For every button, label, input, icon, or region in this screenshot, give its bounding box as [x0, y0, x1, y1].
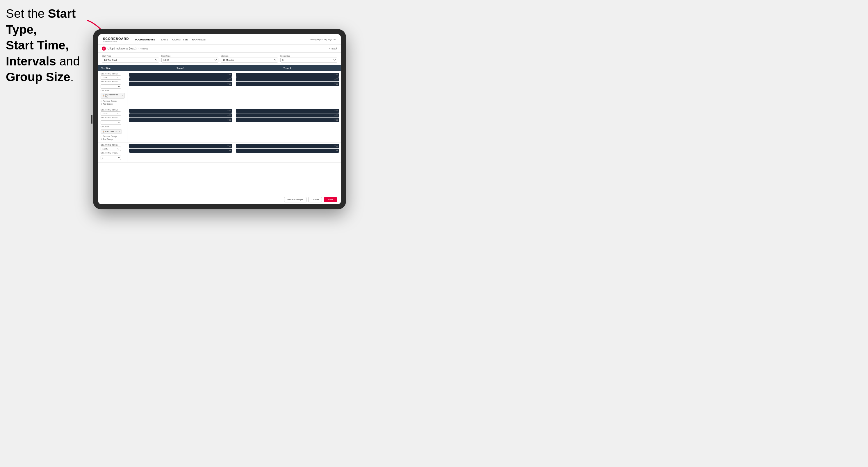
- logo-sub: Powered by clippd: [103, 40, 129, 42]
- group-size-select[interactable]: 3: [280, 58, 338, 63]
- g1-team1-col: × ☰ × ☰ × ☰: [127, 71, 234, 107]
- start-time-label: Start Time: [161, 55, 219, 57]
- g3-team2-slot1: × ☰: [236, 144, 339, 148]
- nav-link-committee[interactable]: COMMITTEE: [172, 38, 188, 41]
- g1-team1-slot3: × ☰: [129, 82, 232, 86]
- group-size-group: Group Size 3: [280, 55, 338, 63]
- g1-add-group[interactable]: + Add Group: [101, 103, 125, 105]
- instruction-line3-normal: and: [56, 54, 80, 68]
- nav-bar: SCOREBOARD Powered by clippd TOURNAMENTS…: [98, 34, 341, 45]
- g2-starting-time-input[interactable]: 10:10 ⏱: [101, 112, 121, 116]
- intervals-label: Intervals: [221, 55, 278, 57]
- g3-team2-slot2: × ☰: [236, 149, 339, 153]
- g1-t1-s3-x[interactable]: × ☰: [227, 83, 231, 85]
- col-team1: Team 1: [127, 65, 234, 71]
- col-tee-time: Tee Time: [98, 65, 127, 71]
- back-button[interactable]: ‹ Back: [329, 47, 337, 50]
- g2-starting-hole-select[interactable]: 1: [101, 120, 121, 125]
- controls-row: Start Type 1st Tee Start Start Time 10:0…: [98, 53, 341, 65]
- breadcrumb-bar: C Clippd Invitational (Ma...) › Hosting …: [98, 45, 341, 53]
- g3-starting-hole-select[interactable]: 1: [101, 156, 121, 160]
- g3-team1-slot2: × ☰: [129, 149, 232, 153]
- g1-course-label: COURSE:: [101, 90, 125, 92]
- start-type-group: Start Type 1st Tee Start: [102, 55, 159, 63]
- g2-team2-slot2: × ☰: [236, 114, 339, 118]
- instruction-line4-normal: .: [70, 70, 74, 84]
- intervals-group: Intervals 10 Minutes: [221, 55, 278, 63]
- back-arrow-icon: ‹: [329, 47, 331, 50]
- g2-t2-s1-x[interactable]: × ☰: [334, 110, 338, 112]
- g1-starting-time-label: STARTING TIME:: [101, 73, 125, 75]
- g1-starting-hole-label: STARTING HOLE:: [101, 81, 125, 83]
- logo-text: SCOREBOARD: [103, 37, 129, 40]
- group1-left: STARTING TIME: 10:00 ⏱ STARTING HOLE: 1: [98, 71, 127, 107]
- g2-course-remove[interactable]: ×: [119, 130, 120, 133]
- g2-t1-s3-x[interactable]: × ☰: [227, 119, 231, 121]
- g2-t1-s2-x[interactable]: × ☰: [227, 114, 231, 117]
- g3-t1-s1-x[interactable]: × ☰: [227, 145, 231, 147]
- logo-area: SCOREBOARD Powered by clippd: [103, 37, 129, 42]
- instruction-line4-bold: Group Size: [6, 70, 70, 84]
- g2-starting-hole-label: STARTING HOLE:: [101, 117, 125, 119]
- g1-t1-s2-x[interactable]: × ☰: [227, 78, 231, 81]
- g3-starting-time-input[interactable]: 10:20 ⏱: [101, 147, 121, 151]
- g3-t1-s2-x[interactable]: × ☰: [227, 150, 231, 152]
- footer-bar: Reset Changes Cancel Save: [98, 195, 341, 204]
- g1-course-remove[interactable]: ×: [122, 94, 123, 97]
- group3-right: × ☰ × ☰ × ☰ × ☰: [127, 143, 341, 162]
- instruction-text: Set the Start Type, Start Time, Interval…: [6, 6, 99, 85]
- g3-starting-time-label: STARTING TIME:: [101, 144, 125, 146]
- g2-t1-s1-x[interactable]: × ☰: [227, 110, 231, 112]
- tablet-frame: SCOREBOARD Powered by clippd TOURNAMENTS…: [93, 29, 346, 209]
- group2-right: × ☰ × ☰ × ☰ × ☰: [127, 107, 341, 142]
- back-label: Back: [332, 47, 337, 50]
- g2-course-tag: 🏌 East Lake GC ×: [101, 128, 125, 134]
- group-row-1: STARTING TIME: 10:00 ⏱ STARTING HOLE: 1: [98, 71, 341, 107]
- g1-remove-group[interactable]: ○ Remove Group: [101, 100, 125, 103]
- nav-right: blair@clippd.io | Sign out: [311, 38, 336, 41]
- g2-add-group[interactable]: + Add Group: [101, 138, 125, 141]
- g2-remove-group[interactable]: ○ Remove Group: [101, 135, 125, 138]
- g1-t1-s1-x[interactable]: × ☰: [227, 73, 231, 76]
- tablet-screen: SCOREBOARD Powered by clippd TOURNAMENTS…: [98, 34, 341, 204]
- breadcrumb-tournament[interactable]: Clippd Invitational (Ma...): [107, 47, 137, 50]
- breadcrumb-separator: ›: [138, 47, 139, 50]
- g2-t2-s3-x[interactable]: × ☰: [334, 119, 338, 121]
- save-button[interactable]: Save: [323, 197, 337, 202]
- g3-t2-s1-x[interactable]: × ☰: [334, 145, 338, 147]
- start-time-select[interactable]: 10:00: [161, 58, 219, 63]
- intervals-select[interactable]: 10 Minutes: [221, 58, 278, 63]
- g2-team2-slot3: × ☰: [236, 118, 339, 122]
- group-size-label: Group Size: [280, 55, 338, 57]
- breadcrumb-hosting: Hosting: [140, 48, 148, 50]
- g3-starting-hole-label: STARTING HOLE:: [101, 152, 125, 154]
- g1-team2-col: × ☰ × ☰ × ☰: [234, 71, 341, 107]
- reset-changes-button[interactable]: Reset Changes: [284, 197, 307, 203]
- sign-out-link[interactable]: Sign out: [328, 38, 336, 41]
- nav-link-tournaments[interactable]: TOURNAMENTS: [135, 38, 155, 41]
- g1-team2-slot2: × ☰: [236, 77, 339, 82]
- group-row-2: STARTING TIME: 10:10 ⏱ STARTING HOLE: 1: [98, 107, 341, 143]
- start-type-select[interactable]: 1st Tee Start: [102, 58, 159, 63]
- group1-right: × ☰ × ☰ × ☰ × ☰: [127, 71, 341, 107]
- g3-team2-col: × ☰ × ☰: [234, 143, 341, 162]
- cancel-button[interactable]: Cancel: [308, 197, 322, 203]
- g2-team1-col: × ☰ × ☰ × ☰: [127, 107, 234, 142]
- instruction-line1: Set the Start Type,: [6, 7, 75, 36]
- g3-t2-s2-x[interactable]: × ☰: [334, 150, 338, 152]
- g2-team1-slot3: × ☰: [129, 118, 232, 122]
- g1-starting-time-input[interactable]: 10:00 ⏱: [101, 75, 121, 80]
- g1-starting-hole-select[interactable]: 1: [101, 84, 121, 89]
- g1-t2-s2-x[interactable]: × ☰: [334, 78, 338, 81]
- g2-t2-s2-x[interactable]: × ☰: [334, 114, 338, 117]
- nav-link-teams[interactable]: TEAMS: [159, 38, 168, 41]
- g3-team1-col: × ☰ × ☰: [127, 143, 234, 162]
- nav-links: TOURNAMENTS TEAMS COMMITTEE RANKINGS: [135, 38, 310, 41]
- g1-t2-s3-x[interactable]: × ☰: [334, 83, 338, 85]
- g1-course-tag: 🏌 (A) Peachtree GC ×: [101, 92, 125, 99]
- nav-link-rankings[interactable]: RANKINGS: [192, 38, 206, 41]
- g1-t2-s1-x[interactable]: × ☰: [334, 73, 338, 76]
- g2-course-label: COURSE:: [101, 126, 125, 128]
- tablet-side-button: [91, 115, 92, 124]
- group-row-3: STARTING TIME: 10:20 ⏱ STARTING HOLE: 1: [98, 143, 341, 162]
